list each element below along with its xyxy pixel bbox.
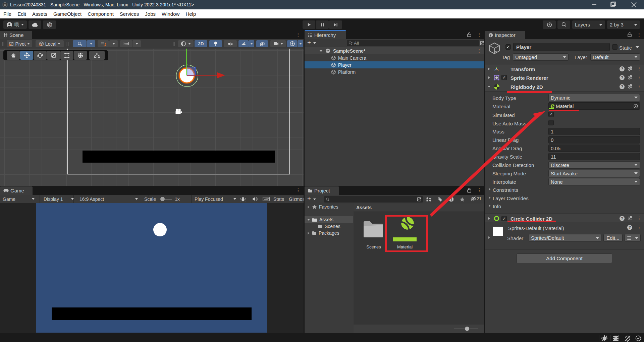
svg-text:D: D bbox=[49, 23, 50, 26]
svg-text:Y: Y bbox=[80, 44, 82, 47]
svg-text:?: ? bbox=[621, 67, 623, 71]
svg-text:?: ? bbox=[621, 75, 623, 79]
svg-text:?: ? bbox=[621, 216, 623, 220]
svg-text:?: ? bbox=[629, 225, 631, 229]
svg-text:?: ? bbox=[621, 84, 623, 89]
